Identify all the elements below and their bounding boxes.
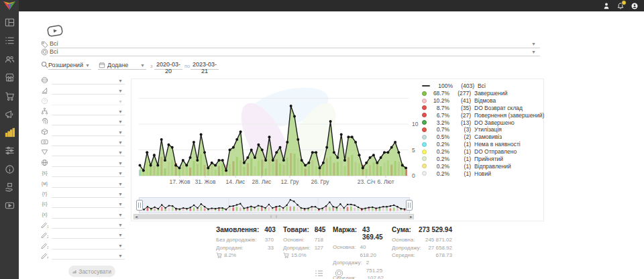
sidebar-item-clients[interactable] (5, 54, 15, 64)
legend-item[interactable]: 0.7%(3)Утилізація (422, 126, 541, 133)
chart-navigator[interactable] (139, 197, 410, 213)
legend-percent: 0.5% (429, 133, 449, 140)
product-view-icon[interactable] (335, 269, 343, 278)
legend-item[interactable]: 100%(403)Всі (422, 82, 541, 90)
sidebar-item-info[interactable] (5, 164, 15, 174)
legend-item[interactable]: 10.2%(41)Відмова (422, 97, 541, 105)
filter-input-line (52, 228, 125, 229)
legend-item[interactable]: 0.2%(1)Прийнятий (422, 155, 541, 162)
sphere-filter-field[interactable]: ▼ (40, 76, 125, 85)
custom-field-2-filter-field[interactable]: 2▼ (40, 231, 125, 239)
legend-item[interactable]: 68.7%(277)Завершений (422, 90, 541, 97)
chart-scrollbar[interactable]: ◀ ▶ (133, 214, 414, 219)
funnel-filter-field[interactable]: ▼ (40, 148, 125, 157)
scroll-right-arrow[interactable]: ▶ (409, 214, 414, 219)
scroll-left-arrow[interactable]: ◀ (133, 214, 139, 219)
var-c-filter-field[interactable]: {с}▼ (40, 200, 125, 209)
search-mode-value: Розширений (48, 62, 83, 68)
app-logo[interactable] (3, 1, 16, 11)
legend-item[interactable]: 0.2%(1)DO Отправлено (422, 148, 541, 156)
date-from-input[interactable]: 2020-03-20 (154, 61, 182, 70)
filter-input-line (52, 259, 125, 260)
chevron-down-icon: ▼ (118, 243, 123, 248)
globe-filter-field[interactable]: ▼ (40, 159, 125, 168)
money-filter-field[interactable]: ▼ (40, 138, 125, 147)
legend-label: Всі (478, 82, 486, 89)
sidebar-item-statistics[interactable] (5, 127, 15, 137)
var-m-icon: {м} (41, 180, 48, 187)
legend-item[interactable]: 0.2%(1)Новий (422, 170, 541, 177)
legend-label: DO Возврат склад (474, 105, 523, 111)
stat-title: Замовлення: (216, 226, 259, 233)
sidebar-item-cart[interactable] (5, 91, 15, 101)
package-filter-field[interactable]: ▼ (40, 128, 125, 137)
hierarchy-filter-field[interactable]: ▼ (40, 107, 125, 116)
var-t-filter-field[interactable]: {т}▼ (40, 190, 125, 199)
legend-item[interactable]: 8.7%(35)DO Возврат склад (422, 105, 541, 112)
legend-dot-swatch (422, 156, 427, 161)
search-mode-select[interactable]: Розширений ▼ (48, 61, 91, 70)
navigator-right-handle[interactable] (406, 200, 413, 211)
legend-percent: 10.2% (429, 97, 449, 104)
legend-percent: 0.2% (429, 163, 449, 170)
scrollbar-thumb[interactable] (139, 215, 409, 219)
date-from-label: з (150, 63, 152, 69)
sidebar-item-video[interactable] (5, 201, 15, 211)
custom-field-1-filter-field[interactable]: 1▼ (40, 221, 125, 229)
sidebar-item-marketing[interactable] (5, 109, 15, 119)
legend-count: (277) (452, 90, 471, 97)
var-s-filter-field[interactable]: {s}▼ (40, 169, 125, 178)
chevron-down-icon: ▼ (118, 202, 123, 207)
date-to-input[interactable]: 2023-03-21 (191, 61, 219, 70)
user-icon[interactable] (602, 2, 610, 10)
list-view-icon[interactable] (315, 269, 323, 278)
fingerprint-icon (41, 117, 48, 125)
account-avatar-icon[interactable] (631, 2, 639, 10)
video-tutorial-icon[interactable] (46, 23, 64, 38)
product-filter-field[interactable]: Всі ▼ (50, 48, 540, 56)
var-x-filter-field[interactable]: {х}▼ (40, 211, 125, 219)
legend-count: (1) (452, 163, 471, 170)
legend-item[interactable]: 0.2%(1)Нема в наявності (422, 141, 541, 148)
calendar-icon (99, 62, 105, 68)
legend-dot-swatch (422, 120, 427, 125)
chevron-down-icon: ▼ (85, 63, 90, 68)
legend-item[interactable]: 0.5%(2)Самовивіз (422, 133, 541, 141)
sidebar-item-store[interactable] (5, 72, 15, 82)
main-content: Всі ▼ Всі ▼ Розширений ▼ Додане ▼ з 2020… (19, 11, 644, 279)
legend-label: Самовивіз (474, 133, 502, 140)
sphere-icon (41, 76, 48, 84)
custom-field-3-filter-field[interactable]: 3▼ (40, 241, 125, 250)
legend-label: DO Завершено (474, 119, 515, 126)
fingerprint-filter-field[interactable]: ▼ (40, 117, 125, 126)
svg-text:1: 1 (47, 224, 48, 227)
date-type-select[interactable]: Додане ▼ (98, 61, 146, 70)
setsquare-filter-field[interactable]: ▼ (40, 87, 125, 95)
apply-button[interactable]: Застосувати (68, 266, 115, 277)
legend-percent: 0.2% (429, 141, 449, 148)
sidebar-item-orders[interactable] (5, 36, 15, 46)
stat-value: 43 369.45 (362, 226, 384, 241)
help-filter-field: ▼ (40, 97, 125, 106)
legend-dot-swatch (422, 99, 427, 103)
sidebar-item-products[interactable] (5, 182, 15, 192)
stat-sub-label: Середня: (392, 252, 415, 260)
chevron-down-icon: ▼ (118, 130, 123, 135)
stat-sub-value: 245 871.02 (425, 236, 452, 244)
notifications-bell-icon[interactable] (616, 2, 625, 10)
status-filter-field[interactable]: Всі ▼ (50, 40, 540, 48)
legend-count: (1) (452, 170, 471, 177)
legend-dot-swatch (422, 127, 427, 132)
navigator-left-handle[interactable] (136, 200, 143, 211)
legend-item[interactable]: 3.2%(13)DO Завершено (422, 119, 541, 126)
var-m-filter-field[interactable]: {м}▼ (40, 180, 125, 188)
custom-field-4-filter-field[interactable]: 4▼ (40, 252, 125, 260)
legend-dot-swatch (422, 91, 427, 96)
scrollbar-track[interactable] (139, 214, 409, 219)
legend-item[interactable]: 6.7%(27)Повернення (завершений) (422, 111, 541, 119)
sidebar-item-dashboard[interactable] (5, 17, 15, 27)
legend-line-swatch (422, 85, 430, 87)
stat-sub-value: 27 658.92 (428, 244, 452, 252)
legend-item[interactable]: 0.2%(1)Відправлений (422, 162, 541, 170)
sidebar-item-settings[interactable] (5, 146, 15, 156)
